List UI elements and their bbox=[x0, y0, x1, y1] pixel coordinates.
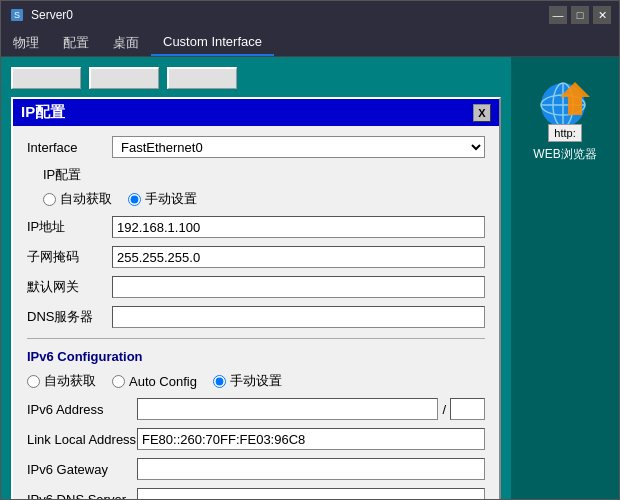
ipv6-radio-autoconfig[interactable]: Auto Config bbox=[112, 374, 197, 389]
ipv6-link-local-label: Link Local Address bbox=[27, 432, 137, 447]
ipv6-address-input[interactable] bbox=[137, 398, 438, 420]
ipv6-dns-label: IPv6 DNS Server bbox=[27, 492, 137, 500]
menu-bar: 物理 配置 桌面 Custom Interface bbox=[1, 29, 619, 57]
ipv6-dns-row: IPv6 DNS Server bbox=[27, 488, 485, 499]
ipv6-link-local-input[interactable] bbox=[137, 428, 485, 450]
menu-item-physics[interactable]: 物理 bbox=[1, 29, 51, 56]
dialog-title-bar: IP配置 X bbox=[13, 99, 499, 126]
ipv6-radio-manual[interactable]: 手动设置 bbox=[213, 372, 282, 390]
gateway-row: 默认网关 bbox=[27, 276, 485, 298]
interface-label: Interface bbox=[27, 140, 112, 155]
ipv6-radio-group: 自动获取 Auto Config 手动设置 bbox=[27, 372, 485, 390]
ipv6-radio-auto[interactable]: 自动获取 bbox=[27, 372, 96, 390]
maximize-button[interactable]: □ bbox=[571, 6, 589, 24]
ipv6-radio-auto-input[interactable] bbox=[27, 375, 40, 388]
ip-config-dialog: IP配置 X Interface FastEthernet0 IP配置 bbox=[11, 97, 501, 499]
minimize-button[interactable]: — bbox=[549, 6, 567, 24]
ipv6-gateway-input[interactable] bbox=[137, 458, 485, 480]
subnet-mask-input[interactable] bbox=[112, 246, 485, 268]
ipv6-prefix-input[interactable] bbox=[450, 398, 485, 420]
radio-manual[interactable]: 手动设置 bbox=[128, 190, 197, 208]
ip-address-input[interactable] bbox=[112, 216, 485, 238]
radio-auto[interactable]: 自动获取 bbox=[43, 190, 112, 208]
ip-radio-group: 自动获取 手动设置 bbox=[43, 190, 485, 208]
menu-item-desktop[interactable]: 桌面 bbox=[101, 29, 151, 56]
ipv6-gateway-label: IPv6 Gateway bbox=[27, 462, 137, 477]
ipv6-dns-input[interactable] bbox=[137, 488, 485, 499]
subnet-mask-row: 子网掩码 bbox=[27, 246, 485, 268]
close-button[interactable]: ✕ bbox=[593, 6, 611, 24]
dns-label: DNS服务器 bbox=[27, 308, 112, 326]
ip-config-section-label: IP配置 bbox=[43, 166, 485, 184]
interface-row: Interface FastEthernet0 bbox=[27, 136, 485, 158]
svg-text:S: S bbox=[14, 10, 20, 20]
small-btn-1[interactable] bbox=[11, 67, 81, 89]
dialog-close-button[interactable]: X bbox=[473, 104, 491, 122]
main-window: S Server0 — □ ✕ 物理 配置 桌面 Custom Interfac… bbox=[0, 0, 620, 500]
dns-input[interactable] bbox=[112, 306, 485, 328]
window-controls: — □ ✕ bbox=[549, 6, 611, 24]
dialog-body: Interface FastEthernet0 IP配置 自动获取 bbox=[13, 126, 499, 499]
ipv6-section-label: IPv6 Configuration bbox=[27, 349, 485, 364]
interface-select[interactable]: FastEthernet0 bbox=[112, 136, 485, 158]
ipv6-radio-autoconfig-input[interactable] bbox=[112, 375, 125, 388]
ip-address-label: IP地址 bbox=[27, 218, 112, 236]
small-buttons-row bbox=[11, 67, 501, 89]
content-right: http: WEB浏览器 bbox=[511, 57, 619, 499]
gateway-input[interactable] bbox=[112, 276, 485, 298]
radio-manual-input[interactable] bbox=[128, 193, 141, 206]
ipv6-slash: / bbox=[438, 402, 450, 417]
gateway-label: 默认网关 bbox=[27, 278, 112, 296]
browser-label: WEB浏览器 bbox=[533, 146, 596, 163]
window-title: Server0 bbox=[31, 8, 549, 22]
dialog-title: IP配置 bbox=[21, 103, 65, 122]
browser-icon-area[interactable]: http: WEB浏览器 bbox=[533, 77, 596, 163]
http-badge: http: bbox=[548, 124, 581, 142]
ipv6-link-local-row: Link Local Address bbox=[27, 428, 485, 450]
ipv6-gateway-row: IPv6 Gateway bbox=[27, 458, 485, 480]
subnet-mask-label: 子网掩码 bbox=[27, 248, 112, 266]
main-content: IP配置 X Interface FastEthernet0 IP配置 bbox=[1, 57, 619, 499]
window-icon: S bbox=[9, 7, 25, 23]
small-btn-3[interactable] bbox=[167, 67, 237, 89]
ipv6-address-row: IPv6 Address / bbox=[27, 398, 485, 420]
ipv6-address-label: IPv6 Address bbox=[27, 402, 137, 417]
menu-item-config[interactable]: 配置 bbox=[51, 29, 101, 56]
ip-address-row: IP地址 bbox=[27, 216, 485, 238]
dns-row: DNS服务器 bbox=[27, 306, 485, 328]
menu-item-custom[interactable]: Custom Interface bbox=[151, 29, 274, 56]
radio-auto-input[interactable] bbox=[43, 193, 56, 206]
content-left: IP配置 X Interface FastEthernet0 IP配置 bbox=[1, 57, 511, 499]
small-btn-2[interactable] bbox=[89, 67, 159, 89]
section-divider bbox=[27, 338, 485, 339]
title-bar: S Server0 — □ ✕ bbox=[1, 1, 619, 29]
ipv6-radio-manual-input[interactable] bbox=[213, 375, 226, 388]
